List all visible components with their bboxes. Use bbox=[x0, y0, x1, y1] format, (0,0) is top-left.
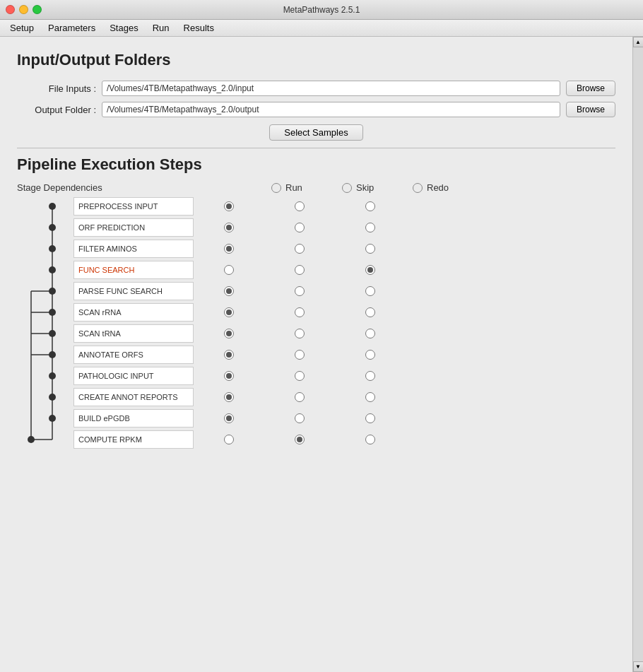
scroll-up-button[interactable]: ▲ bbox=[633, 37, 644, 47]
svg-point-9 bbox=[49, 266, 56, 273]
stage-skip-radio-cell bbox=[264, 329, 335, 338]
browse-output-button[interactable]: Browse bbox=[566, 102, 615, 117]
close-button[interactable] bbox=[6, 5, 15, 14]
file-inputs-field[interactable] bbox=[102, 81, 560, 96]
stage-run-radio-cell bbox=[194, 244, 264, 254]
menu-results[interactable]: Results bbox=[177, 21, 221, 35]
select-samples-row: Select Samples bbox=[17, 124, 615, 141]
dependency-svg bbox=[17, 196, 73, 471]
stage-redo-radio[interactable] bbox=[365, 307, 375, 317]
stage-run-radio-cell bbox=[194, 201, 264, 211]
menu-stages[interactable]: Stages bbox=[102, 21, 145, 35]
io-heading: Input/Output Folders bbox=[17, 51, 615, 69]
stage-redo-radio[interactable] bbox=[365, 392, 375, 402]
stage-redo-radio-cell bbox=[335, 435, 406, 444]
stage-run-radio[interactable] bbox=[224, 329, 234, 338]
stage-redo-radio-cell bbox=[335, 265, 406, 275]
table-row: ORF PREDICTION bbox=[73, 217, 406, 238]
stage-skip-radio-cell bbox=[264, 265, 335, 275]
stage-run-radio[interactable] bbox=[224, 371, 234, 381]
stage-redo-radio[interactable] bbox=[365, 435, 375, 444]
svg-point-6 bbox=[49, 203, 56, 210]
stage-redo-radio[interactable] bbox=[365, 329, 375, 338]
redo-header-label: Redo bbox=[427, 182, 449, 193]
dependency-diagram bbox=[17, 196, 73, 473]
stage-name: ANNOTATE ORFS bbox=[73, 346, 194, 364]
stage-skip-radio[interactable] bbox=[295, 223, 305, 232]
stage-skip-radio[interactable] bbox=[295, 201, 305, 211]
table-row: CREATE ANNOT REPORTS bbox=[73, 387, 406, 408]
stage-run-radio[interactable] bbox=[224, 201, 234, 211]
svg-point-8 bbox=[49, 245, 56, 252]
browse-input-button[interactable]: Browse bbox=[566, 81, 615, 96]
stage-name: PREPROCESS INPUT bbox=[73, 197, 194, 216]
stage-skip-radio[interactable] bbox=[295, 413, 305, 423]
stage-skip-radio[interactable] bbox=[295, 307, 305, 317]
stage-run-radio-cell bbox=[194, 286, 264, 296]
stage-run-radio[interactable] bbox=[224, 265, 234, 275]
maximize-button[interactable] bbox=[33, 5, 42, 14]
stage-skip-radio[interactable] bbox=[295, 265, 305, 275]
svg-point-15 bbox=[49, 394, 56, 401]
stage-skip-radio[interactable] bbox=[295, 392, 305, 402]
scroll-track bbox=[633, 47, 643, 661]
stage-run-radio[interactable] bbox=[224, 435, 234, 444]
stage-run-radio[interactable] bbox=[224, 286, 234, 296]
io-section: Input/Output Folders File Inputs : Brows… bbox=[17, 51, 615, 141]
stage-name: PATHOLOGIC INPUT bbox=[73, 367, 194, 385]
stage-run-radio[interactable] bbox=[224, 307, 234, 317]
stage-skip-radio[interactable] bbox=[295, 286, 305, 296]
output-folder-row: Output Folder : Browse bbox=[17, 102, 615, 117]
stage-redo-radio[interactable] bbox=[365, 413, 375, 423]
stage-redo-radio-cell bbox=[335, 371, 406, 381]
scroll-down-button[interactable]: ▼ bbox=[633, 661, 644, 672]
svg-point-10 bbox=[49, 288, 56, 295]
table-row: SCAN rRNA bbox=[73, 302, 406, 323]
svg-point-13 bbox=[49, 351, 56, 358]
stage-skip-radio[interactable] bbox=[295, 244, 305, 254]
stage-redo-radio-cell bbox=[335, 307, 406, 317]
table-row: PATHOLOGIC INPUT bbox=[73, 365, 406, 387]
stage-redo-radio-cell bbox=[335, 413, 406, 423]
stage-name: CREATE ANNOT REPORTS bbox=[73, 388, 194, 406]
stage-redo-radio[interactable] bbox=[365, 371, 375, 381]
stage-skip-radio-cell bbox=[264, 223, 335, 232]
table-row: BUILD ePGDB bbox=[73, 408, 406, 429]
minimize-button[interactable] bbox=[19, 5, 28, 14]
stage-redo-radio[interactable] bbox=[365, 350, 375, 360]
output-folder-field[interactable] bbox=[102, 102, 560, 117]
menu-parameters[interactable]: Parameters bbox=[41, 21, 102, 35]
stage-run-radio[interactable] bbox=[224, 244, 234, 254]
stage-run-radio[interactable] bbox=[224, 350, 234, 360]
redo-col-header: Redo bbox=[413, 182, 483, 193]
menu-setup[interactable]: Setup bbox=[3, 21, 41, 35]
select-samples-button[interactable]: Select Samples bbox=[269, 124, 362, 141]
stage-skip-radio-cell bbox=[264, 201, 335, 211]
stage-skip-radio[interactable] bbox=[295, 371, 305, 381]
stage-skip-radio[interactable] bbox=[295, 350, 305, 360]
stage-skip-radio[interactable] bbox=[295, 435, 305, 444]
table-row: FUNC SEARCH bbox=[73, 259, 406, 281]
stage-run-radio[interactable] bbox=[224, 413, 234, 423]
menu-run[interactable]: Run bbox=[146, 21, 177, 35]
stage-redo-radio-cell bbox=[335, 329, 406, 338]
svg-point-7 bbox=[49, 224, 56, 231]
window-title: MetaPathways 2.5.1 bbox=[283, 5, 360, 15]
stage-run-radio[interactable] bbox=[224, 392, 234, 402]
stage-redo-radio-cell bbox=[335, 201, 406, 211]
stage-redo-radio[interactable] bbox=[365, 244, 375, 254]
stage-redo-radio[interactable] bbox=[365, 265, 375, 275]
svg-point-12 bbox=[49, 330, 56, 337]
stage-redo-radio[interactable] bbox=[365, 223, 375, 232]
stage-redo-radio[interactable] bbox=[365, 201, 375, 211]
stage-redo-radio[interactable] bbox=[365, 286, 375, 296]
svg-point-11 bbox=[49, 309, 56, 316]
stage-run-radio[interactable] bbox=[224, 223, 234, 232]
window-controls[interactable] bbox=[6, 5, 42, 14]
stages-list: PREPROCESS INPUTORF PREDICTIONFILTER AMI… bbox=[73, 196, 406, 450]
stage-skip-radio[interactable] bbox=[295, 329, 305, 338]
stage-run-radio-cell bbox=[194, 223, 264, 232]
stage-skip-radio-cell bbox=[264, 244, 335, 254]
scrollbar[interactable]: ▲ ▼ bbox=[632, 37, 643, 672]
table-row: SCAN tRNA bbox=[73, 323, 406, 344]
